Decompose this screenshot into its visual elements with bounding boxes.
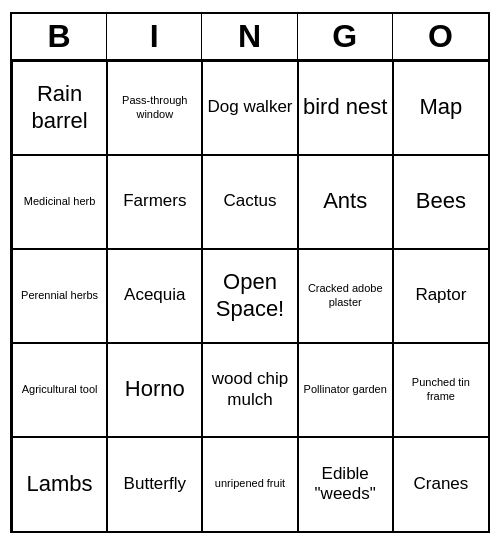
bingo-cell: Raptor — [393, 249, 488, 343]
bingo-cell: Horno — [107, 343, 202, 437]
header-letter: G — [298, 14, 393, 59]
bingo-cell: Punched tin frame — [393, 343, 488, 437]
bingo-cell: Pollinator garden — [298, 343, 393, 437]
bingo-cell: Edible "weeds" — [298, 437, 393, 531]
bingo-cell: Lambs — [12, 437, 107, 531]
bingo-cell: Bees — [393, 155, 488, 249]
header-letter: N — [202, 14, 297, 59]
bingo-cell: unripened fruit — [202, 437, 297, 531]
bingo-cell: Open Space! — [202, 249, 297, 343]
bingo-card: BINGO Rain barrelPass-through windowDog … — [10, 12, 490, 533]
bingo-cell: Butterfly — [107, 437, 202, 531]
header-letter: I — [107, 14, 202, 59]
bingo-cell: Map — [393, 61, 488, 155]
bingo-cell: Cactus — [202, 155, 297, 249]
bingo-cell: Rain barrel — [12, 61, 107, 155]
bingo-cell: wood chip mulch — [202, 343, 297, 437]
header-letter: B — [12, 14, 107, 59]
bingo-cell: Cracked adobe plaster — [298, 249, 393, 343]
bingo-cell: Perennial herbs — [12, 249, 107, 343]
bingo-header: BINGO — [12, 14, 488, 61]
bingo-cell: bird nest — [298, 61, 393, 155]
bingo-grid: Rain barrelPass-through windowDog walker… — [12, 61, 488, 531]
header-letter: O — [393, 14, 488, 59]
bingo-cell: Farmers — [107, 155, 202, 249]
bingo-cell: Dog walker — [202, 61, 297, 155]
bingo-cell: Cranes — [393, 437, 488, 531]
bingo-cell: Agricultural tool — [12, 343, 107, 437]
bingo-cell: Medicinal herb — [12, 155, 107, 249]
bingo-cell: Ants — [298, 155, 393, 249]
bingo-cell: Pass-through window — [107, 61, 202, 155]
bingo-cell: Acequia — [107, 249, 202, 343]
